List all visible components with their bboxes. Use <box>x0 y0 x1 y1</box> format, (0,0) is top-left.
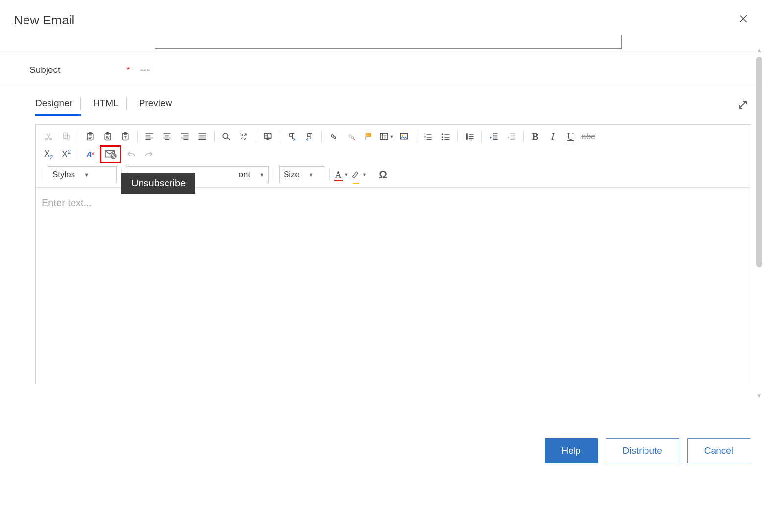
separator <box>214 131 215 142</box>
svg-rect-16 <box>366 133 371 137</box>
toolbar-row-1: W T ba ▼ 123 <box>40 128 746 145</box>
help-button[interactable]: Help <box>545 438 598 463</box>
svg-rect-17 <box>380 133 387 139</box>
svg-text:b: b <box>240 132 243 137</box>
size-label: Size <box>284 170 300 180</box>
styles-label: Styles <box>52 170 75 180</box>
separator <box>78 131 78 142</box>
separator <box>43 169 43 181</box>
svg-point-25 <box>442 139 443 140</box>
svg-text:W: W <box>106 135 110 139</box>
bold-icon[interactable]: B <box>527 129 543 144</box>
expand-icon[interactable] <box>736 97 750 114</box>
cut-icon[interactable] <box>41 129 56 144</box>
unsubscribe-tooltip: Unsubscribe <box>121 173 195 194</box>
separator <box>321 131 322 142</box>
align-left-icon[interactable] <box>142 129 157 144</box>
redo-icon[interactable] <box>141 146 157 162</box>
previous-field-border <box>155 35 622 49</box>
text-color-icon[interactable]: A ▼ <box>334 167 349 183</box>
clear-formatting-icon[interactable]: A <box>82 146 98 162</box>
find-icon[interactable] <box>218 129 234 144</box>
dialog-title: New Email <box>14 13 74 28</box>
replace-icon[interactable]: ba <box>236 129 252 144</box>
svg-point-1 <box>50 139 52 140</box>
scroll-up-icon[interactable]: ▲ <box>755 47 763 54</box>
paste-icon[interactable] <box>82 129 98 144</box>
editor-container: W T ba ▼ 123 <box>35 124 750 384</box>
align-justify-icon[interactable] <box>194 129 210 144</box>
outdent-icon[interactable] <box>503 129 519 144</box>
separator <box>523 131 524 142</box>
subscript-icon[interactable]: X2 <box>41 146 56 162</box>
editor-placeholder: Enter text... <box>42 197 92 208</box>
caret-down-icon: ▼ <box>84 172 89 178</box>
underline-icon[interactable]: U <box>563 129 578 144</box>
templates-icon[interactable] <box>260 129 276 144</box>
table-icon[interactable]: ▼ <box>379 129 394 144</box>
anchor-icon[interactable] <box>361 129 377 144</box>
close-button[interactable] <box>737 12 750 28</box>
tab-preview[interactable]: Preview <box>132 95 181 116</box>
unlink-icon[interactable] <box>343 129 359 144</box>
highlight-color-icon[interactable]: ▼ <box>351 167 367 183</box>
separator <box>280 131 280 142</box>
svg-rect-26 <box>466 133 468 139</box>
separator <box>481 131 482 142</box>
svg-point-23 <box>442 133 443 135</box>
required-indicator: * <box>126 65 130 75</box>
bullet-list-icon[interactable] <box>438 129 454 144</box>
caret-down-icon: ▼ <box>309 172 314 178</box>
subject-row: Subject * --- <box>0 54 764 86</box>
strikethrough-icon[interactable]: abc <box>580 129 596 144</box>
subject-value[interactable]: --- <box>140 65 150 75</box>
image-icon[interactable] <box>396 129 412 144</box>
cancel-button[interactable]: Cancel <box>687 438 750 463</box>
dialog-footer: Help Distribute Cancel <box>14 422 750 463</box>
undo-icon[interactable] <box>123 146 139 162</box>
tab-designer[interactable]: Designer <box>35 95 81 116</box>
separator <box>416 131 416 142</box>
link-icon[interactable] <box>326 129 341 144</box>
svg-point-12 <box>223 133 228 138</box>
toolbar-row-2: X2 X2 A <box>40 145 746 163</box>
align-center-icon[interactable] <box>159 129 175 144</box>
special-char-icon[interactable]: Ω <box>375 167 391 183</box>
italic-icon[interactable]: I <box>545 129 561 144</box>
blockquote-icon[interactable] <box>462 129 478 144</box>
separator <box>274 169 274 181</box>
editor-body[interactable]: Enter text... <box>36 188 750 384</box>
svg-text:T: T <box>124 135 127 139</box>
separator <box>137 131 138 142</box>
scrollbar[interactable]: ▲ ▼ <box>755 47 763 399</box>
copy-icon[interactable] <box>58 129 74 144</box>
scroll-thumb[interactable] <box>756 57 762 267</box>
superscript-icon[interactable]: X2 <box>58 146 74 162</box>
tab-html[interactable]: HTML <box>86 95 127 116</box>
styles-dropdown[interactable]: Styles ▼ <box>48 166 117 183</box>
distribute-button[interactable]: Distribute <box>606 438 679 463</box>
separator <box>256 131 256 142</box>
paste-text-icon[interactable]: T <box>118 129 133 144</box>
numbered-list-icon[interactable]: 123 <box>420 129 436 144</box>
svg-text:3: 3 <box>424 138 426 141</box>
separator <box>371 169 371 181</box>
size-dropdown[interactable]: Size ▼ <box>279 166 324 183</box>
dialog-header: New Email <box>0 0 764 37</box>
ltr-icon[interactable] <box>284 129 300 144</box>
rtl-icon[interactable] <box>302 129 317 144</box>
tabs-row: Designer HTML Preview <box>0 86 764 116</box>
separator <box>329 169 330 181</box>
paste-word-icon[interactable]: W <box>100 129 116 144</box>
svg-rect-3 <box>65 135 69 140</box>
separator <box>457 131 458 142</box>
indent-icon[interactable] <box>486 129 501 144</box>
scroll-down-icon[interactable]: ▼ <box>755 393 763 399</box>
unsubscribe-icon[interactable] <box>103 146 119 162</box>
align-right-icon[interactable] <box>177 129 192 144</box>
unsubscribe-button-highlight <box>100 145 121 163</box>
font-label-partial: ont <box>239 170 250 180</box>
svg-text:a: a <box>244 137 247 141</box>
svg-rect-2 <box>63 133 67 139</box>
svg-text:A: A <box>86 150 92 158</box>
